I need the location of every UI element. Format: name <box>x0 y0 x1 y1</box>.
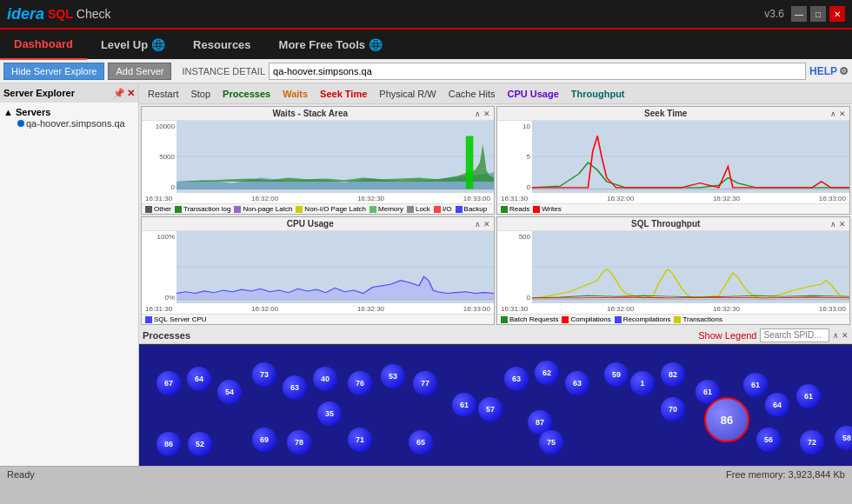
minimize-button[interactable]: — <box>791 6 807 22</box>
instance-label: INSTANCE DETAIL <box>182 66 265 76</box>
legend-nonpage-dot <box>234 206 241 213</box>
process-bubble-57[interactable]: 57 <box>478 397 503 421</box>
process-bubble-58[interactable]: 58 <box>835 426 852 450</box>
tree-instance[interactable]: qa-hoover.simpsons.qa <box>3 118 135 129</box>
process-bubble-75[interactable]: 75 <box>539 430 563 454</box>
process-bubble-73[interactable]: 73 <box>252 362 276 387</box>
process-bubble-64[interactable]: 64 <box>187 367 211 391</box>
process-bubble-67[interactable]: 67 <box>156 371 181 395</box>
search-spid-input[interactable] <box>760 328 829 342</box>
tab-cpu[interactable]: CPU Usage <box>503 84 564 103</box>
tab-bar: Restart Stop Processes Waits Seek Time P… <box>139 83 852 104</box>
seektime-chart-body: 10 5 0 <box>497 121 849 193</box>
tab-physrw[interactable]: Physical R/W <box>374 84 441 103</box>
gear-icon: ⚙ <box>839 65 849 77</box>
explorer-title: Server Explorer <box>3 88 75 98</box>
processes-section: Processes Show Legend ∧ ✕ 67645473634076… <box>139 327 852 466</box>
pin-icon[interactable]: 📌 <box>113 88 125 99</box>
tab-stop[interactable]: Stop <box>185 84 216 103</box>
process-bubble-1[interactable]: 1 <box>630 371 655 395</box>
show-legend-button[interactable]: Show Legend <box>698 330 756 341</box>
close-button[interactable]: ✕ <box>829 6 845 22</box>
help-button[interactable]: HELP ⚙ <box>809 65 849 77</box>
process-bubble-86[interactable]: 86 <box>704 397 749 442</box>
levelup-icon: 🌐 <box>151 38 165 51</box>
processes-header: Processes Show Legend ∧ ✕ <box>139 327 852 344</box>
svg-rect-6 <box>532 121 849 193</box>
waits-chart-content <box>176 121 494 193</box>
cpu-chart-controls[interactable]: ∧ ✕ <box>475 220 490 229</box>
process-bubble-70[interactable]: 70 <box>661 397 685 421</box>
tree-servers: ▲ Servers <box>3 106 135 118</box>
tab-seek[interactable]: Seek Time <box>315 84 372 103</box>
tab-processes[interactable]: Processes <box>217 84 276 103</box>
process-bubble-56[interactable]: 56 <box>756 428 781 452</box>
process-bubble-69[interactable]: 69 <box>252 428 276 452</box>
seektime-chart-content <box>532 121 849 193</box>
legend-nonio-dot <box>296 206 303 213</box>
waits-chart-controls[interactable]: ∧ ✕ <box>475 109 490 118</box>
process-bubble-82[interactable]: 82 <box>661 362 685 387</box>
nav-resources[interactable]: Resources <box>179 29 264 60</box>
close-explorer-icon[interactable]: ✕ <box>127 88 135 99</box>
process-bubble-35[interactable]: 35 <box>317 401 342 426</box>
process-bubble-78[interactable]: 78 <box>287 430 311 454</box>
nav-dashboard[interactable]: Dashboard <box>0 29 87 60</box>
process-bubble-61[interactable]: 61 <box>452 393 476 417</box>
process-bubble-77[interactable]: 77 <box>413 371 437 395</box>
nav-moretools[interactable]: More Free Tools 🌐 <box>265 29 396 60</box>
process-bubble-52[interactable]: 52 <box>188 432 212 456</box>
svg-rect-13 <box>532 231 849 303</box>
process-bubble-61[interactable]: 61 <box>796 384 821 408</box>
process-bubble-76[interactable]: 76 <box>348 371 372 395</box>
nav-bar: Dashboard Level Up 🌐 Resources More Free… <box>0 28 852 59</box>
waits-legend: Other Transaction log Non-page Latch Non… <box>142 203 494 214</box>
process-bubble-61[interactable]: 61 <box>743 373 768 397</box>
window-controls: — □ ✕ <box>791 6 845 22</box>
seektime-chart-controls[interactable]: ∧ ✕ <box>830 109 846 118</box>
legend-batch-dot <box>501 316 508 323</box>
seektime-chart: Seek Time ∧ ✕ 10 5 0 <box>496 106 850 215</box>
process-bubble-62[interactable]: 62 <box>535 361 559 385</box>
maximize-button[interactable]: □ <box>810 6 826 22</box>
throughput-chart-content <box>532 231 849 303</box>
seektime-legend: Reads Writes <box>497 203 849 214</box>
instance-input[interactable] <box>269 63 806 80</box>
process-bubble-63[interactable]: 63 <box>283 375 307 400</box>
process-bubble-65[interactable]: 65 <box>409 430 433 454</box>
process-bubble-63[interactable]: 63 <box>565 371 589 395</box>
waits-chart-titlebar: Waits - Stack Area ∧ ✕ <box>142 107 494 121</box>
moretools-icon: 🌐 <box>369 38 383 51</box>
tab-restart[interactable]: Restart <box>143 84 183 103</box>
cpu-chart-content <box>176 231 494 303</box>
sql-text: SQL <box>48 7 73 21</box>
waits-chart-body: 10000 5000 0 <box>142 121 494 193</box>
nav-levelup[interactable]: Level Up 🌐 <box>87 29 179 60</box>
legend-comp-dot <box>562 316 569 323</box>
legend-memory-dot <box>369 206 376 213</box>
process-bubble-63[interactable]: 63 <box>504 367 529 391</box>
process-bubble-64[interactable]: 64 <box>765 393 789 417</box>
processes-close-controls[interactable]: ∧ ✕ <box>833 331 849 340</box>
logo-area: idera SQL Check <box>7 5 111 23</box>
legend-writes-dot <box>533 206 540 213</box>
throughput-legend: Batch Requests Compilations Recompilatio… <box>497 314 849 324</box>
process-bubble-40[interactable]: 40 <box>313 367 337 391</box>
process-bubble-53[interactable]: 53 <box>381 364 405 388</box>
tab-throughput[interactable]: Throughput <box>566 84 630 103</box>
hide-server-button[interactable]: Hide Server Explore <box>3 63 104 80</box>
content-area: Restart Stop Processes Waits Seek Time P… <box>139 83 852 466</box>
tab-waits[interactable]: Waits <box>277 84 313 103</box>
process-bubble-54[interactable]: 54 <box>217 380 242 404</box>
seektime-xaxis: 16:31:30 16:32:00 16:32:30 16:33:00 <box>497 193 849 203</box>
process-bubble-71[interactable]: 71 <box>348 428 372 452</box>
process-bubble-86[interactable]: 86 <box>156 432 181 456</box>
add-server-button[interactable]: Add Server <box>108 63 171 80</box>
svg-rect-4 <box>466 136 474 189</box>
process-bubble-72[interactable]: 72 <box>800 430 824 454</box>
process-bubble-59[interactable]: 59 <box>604 362 629 387</box>
legend-trans-dot <box>674 316 681 323</box>
tab-cache[interactable]: Cache Hits <box>443 84 501 103</box>
legend-reads-dot <box>501 206 508 213</box>
throughput-chart-controls[interactable]: ∧ ✕ <box>830 220 846 229</box>
